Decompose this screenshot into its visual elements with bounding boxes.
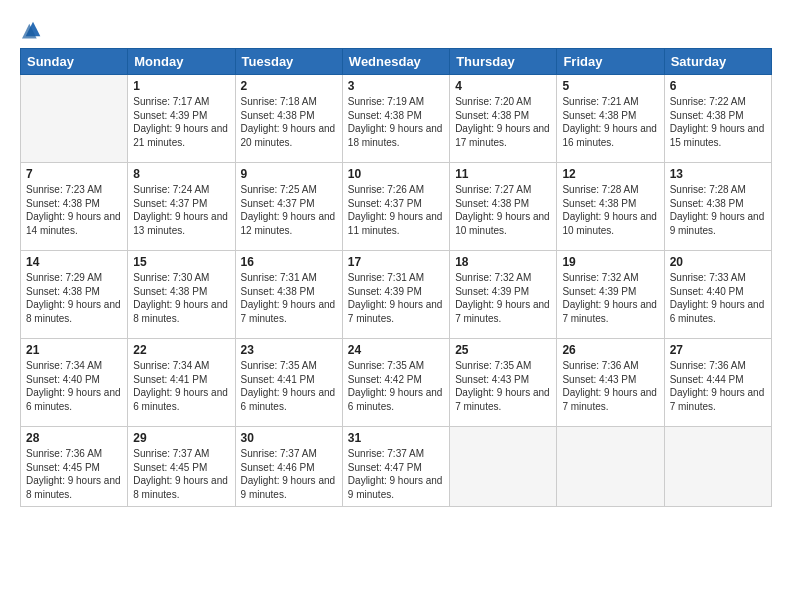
daylight-line: Daylight: 9 hours and 9 minutes. — [670, 210, 766, 237]
sunrise-line: Sunrise: 7:35 AM — [348, 359, 444, 373]
day-number: 8 — [133, 167, 229, 181]
sunset-line: Sunset: 4:44 PM — [670, 373, 766, 387]
weekday-header-wednesday: Wednesday — [342, 49, 449, 75]
calendar-cell: 29Sunrise: 7:37 AMSunset: 4:45 PMDayligh… — [128, 427, 235, 507]
calendar-cell: 1Sunrise: 7:17 AMSunset: 4:39 PMDaylight… — [128, 75, 235, 163]
sunrise-line: Sunrise: 7:24 AM — [133, 183, 229, 197]
daylight-line: Daylight: 9 hours and 13 minutes. — [133, 210, 229, 237]
calendar-cell: 23Sunrise: 7:35 AMSunset: 4:41 PMDayligh… — [235, 339, 342, 427]
weekday-header-thursday: Thursday — [450, 49, 557, 75]
calendar-cell: 18Sunrise: 7:32 AMSunset: 4:39 PMDayligh… — [450, 251, 557, 339]
day-number: 21 — [26, 343, 122, 357]
sunrise-line: Sunrise: 7:26 AM — [348, 183, 444, 197]
day-number: 11 — [455, 167, 551, 181]
sunrise-line: Sunrise: 7:33 AM — [670, 271, 766, 285]
calendar-cell — [450, 427, 557, 507]
sunrise-line: Sunrise: 7:36 AM — [670, 359, 766, 373]
calendar-cell: 10Sunrise: 7:26 AMSunset: 4:37 PMDayligh… — [342, 163, 449, 251]
sunset-line: Sunset: 4:38 PM — [241, 109, 337, 123]
sunrise-line: Sunrise: 7:25 AM — [241, 183, 337, 197]
sunset-line: Sunset: 4:39 PM — [562, 285, 658, 299]
daylight-line: Daylight: 9 hours and 7 minutes. — [348, 298, 444, 325]
sunset-line: Sunset: 4:38 PM — [26, 285, 122, 299]
daylight-line: Daylight: 9 hours and 6 minutes. — [670, 298, 766, 325]
daylight-line: Daylight: 9 hours and 8 minutes. — [26, 298, 122, 325]
daylight-line: Daylight: 9 hours and 8 minutes. — [26, 474, 122, 501]
sunset-line: Sunset: 4:47 PM — [348, 461, 444, 475]
day-number: 31 — [348, 431, 444, 445]
sunrise-line: Sunrise: 7:30 AM — [133, 271, 229, 285]
sunrise-line: Sunrise: 7:22 AM — [670, 95, 766, 109]
day-number: 27 — [670, 343, 766, 357]
daylight-line: Daylight: 9 hours and 7 minutes. — [670, 386, 766, 413]
day-number: 9 — [241, 167, 337, 181]
daylight-line: Daylight: 9 hours and 16 minutes. — [562, 122, 658, 149]
sunrise-line: Sunrise: 7:32 AM — [562, 271, 658, 285]
day-number: 26 — [562, 343, 658, 357]
day-number: 4 — [455, 79, 551, 93]
sunset-line: Sunset: 4:42 PM — [348, 373, 444, 387]
day-number: 2 — [241, 79, 337, 93]
day-number: 18 — [455, 255, 551, 269]
sunrise-line: Sunrise: 7:37 AM — [133, 447, 229, 461]
sunrise-line: Sunrise: 7:20 AM — [455, 95, 551, 109]
daylight-line: Daylight: 9 hours and 8 minutes. — [133, 298, 229, 325]
sunrise-line: Sunrise: 7:35 AM — [455, 359, 551, 373]
sunset-line: Sunset: 4:39 PM — [348, 285, 444, 299]
sunrise-line: Sunrise: 7:17 AM — [133, 95, 229, 109]
calendar-cell: 6Sunrise: 7:22 AMSunset: 4:38 PMDaylight… — [664, 75, 771, 163]
sunrise-line: Sunrise: 7:23 AM — [26, 183, 122, 197]
calendar-cell: 16Sunrise: 7:31 AMSunset: 4:38 PMDayligh… — [235, 251, 342, 339]
weekday-header-monday: Monday — [128, 49, 235, 75]
sunset-line: Sunset: 4:39 PM — [133, 109, 229, 123]
daylight-line: Daylight: 9 hours and 7 minutes. — [455, 298, 551, 325]
sunset-line: Sunset: 4:45 PM — [133, 461, 229, 475]
day-number: 5 — [562, 79, 658, 93]
sunset-line: Sunset: 4:38 PM — [455, 197, 551, 211]
day-number: 19 — [562, 255, 658, 269]
day-number: 3 — [348, 79, 444, 93]
daylight-line: Daylight: 9 hours and 6 minutes. — [26, 386, 122, 413]
calendar-cell: 3Sunrise: 7:19 AMSunset: 4:38 PMDaylight… — [342, 75, 449, 163]
calendar-cell — [664, 427, 771, 507]
calendar-cell: 24Sunrise: 7:35 AMSunset: 4:42 PMDayligh… — [342, 339, 449, 427]
sunset-line: Sunset: 4:37 PM — [241, 197, 337, 211]
page: SundayMondayTuesdayWednesdayThursdayFrid… — [0, 0, 792, 612]
sunset-line: Sunset: 4:40 PM — [26, 373, 122, 387]
sunset-line: Sunset: 4:38 PM — [670, 109, 766, 123]
sunrise-line: Sunrise: 7:36 AM — [26, 447, 122, 461]
daylight-line: Daylight: 9 hours and 20 minutes. — [241, 122, 337, 149]
daylight-line: Daylight: 9 hours and 7 minutes. — [562, 386, 658, 413]
weekday-header-friday: Friday — [557, 49, 664, 75]
daylight-line: Daylight: 9 hours and 11 minutes. — [348, 210, 444, 237]
day-number: 29 — [133, 431, 229, 445]
calendar-cell: 15Sunrise: 7:30 AMSunset: 4:38 PMDayligh… — [128, 251, 235, 339]
sunset-line: Sunset: 4:40 PM — [670, 285, 766, 299]
weekday-header-sunday: Sunday — [21, 49, 128, 75]
day-number: 23 — [241, 343, 337, 357]
daylight-line: Daylight: 9 hours and 9 minutes. — [348, 474, 444, 501]
sunset-line: Sunset: 4:37 PM — [133, 197, 229, 211]
day-number: 12 — [562, 167, 658, 181]
header — [20, 18, 772, 40]
sunset-line: Sunset: 4:38 PM — [562, 109, 658, 123]
calendar-cell: 14Sunrise: 7:29 AMSunset: 4:38 PMDayligh… — [21, 251, 128, 339]
sunrise-line: Sunrise: 7:34 AM — [133, 359, 229, 373]
daylight-line: Daylight: 9 hours and 14 minutes. — [26, 210, 122, 237]
sunrise-line: Sunrise: 7:37 AM — [348, 447, 444, 461]
day-number: 17 — [348, 255, 444, 269]
sunrise-line: Sunrise: 7:37 AM — [241, 447, 337, 461]
calendar-cell: 20Sunrise: 7:33 AMSunset: 4:40 PMDayligh… — [664, 251, 771, 339]
weekday-header-saturday: Saturday — [664, 49, 771, 75]
calendar-cell — [557, 427, 664, 507]
day-number: 7 — [26, 167, 122, 181]
day-number: 1 — [133, 79, 229, 93]
calendar-cell: 4Sunrise: 7:20 AMSunset: 4:38 PMDaylight… — [450, 75, 557, 163]
sunrise-line: Sunrise: 7:34 AM — [26, 359, 122, 373]
daylight-line: Daylight: 9 hours and 15 minutes. — [670, 122, 766, 149]
daylight-line: Daylight: 9 hours and 6 minutes. — [241, 386, 337, 413]
day-number: 30 — [241, 431, 337, 445]
week-row-3: 14Sunrise: 7:29 AMSunset: 4:38 PMDayligh… — [21, 251, 772, 339]
calendar-cell: 25Sunrise: 7:35 AMSunset: 4:43 PMDayligh… — [450, 339, 557, 427]
sunset-line: Sunset: 4:43 PM — [562, 373, 658, 387]
